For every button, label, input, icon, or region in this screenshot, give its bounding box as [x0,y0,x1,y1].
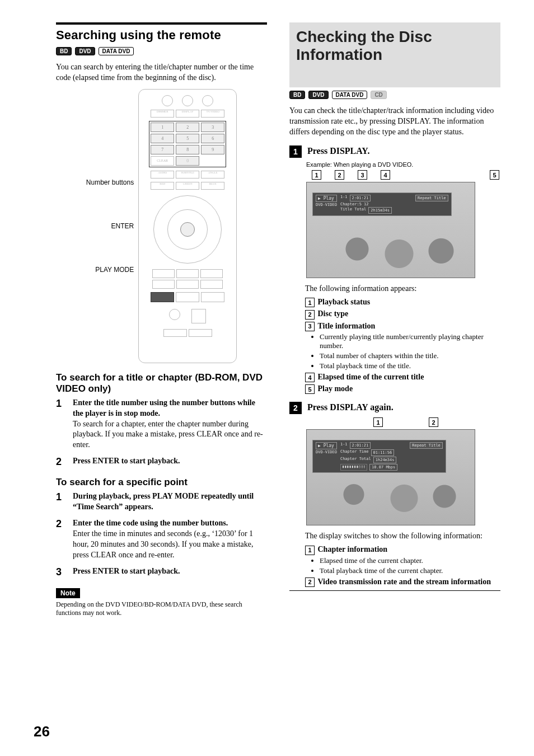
step-number-box: 2 [289,402,302,414]
callout2-2: 2 [429,417,438,427]
step-item: 1 Enter the title number using the numbe… [56,398,267,450]
badge-datadvd: DATA DVD [99,47,134,55]
label-enter: ENTER [86,204,134,248]
subheading-title-chapter: To search for a title or chapter (BD-ROM… [56,372,267,395]
step-item: 1 During playback, press PLAY MODE repea… [56,491,267,513]
osd-panel-1: ▶ Play DVD-VIDEO 1-1 2:01:21 Chapter:5 1… [312,192,452,216]
step-lead: Enter the title number using the number … [73,398,255,417]
info-2: Disc type [318,309,349,318]
osd-titletotal: Title Total [340,207,366,214]
bottom-rule [289,590,500,591]
osd-repeat: Repeat Title [415,195,448,201]
banner: Checking the Disc Information [289,22,500,87]
left-column: Searching using the remote BD DVD DATA D… [56,22,267,618]
callout2-1: 1 [373,417,383,427]
step-item: 3 Press ENTER to start playback. [56,566,267,578]
badge-bd: BD [289,91,305,99]
osd-totaltime: 2h15m34s [368,207,392,214]
step-1-heading: 1 Press DISPLAY. [289,145,500,158]
callout-3: 3 [358,170,367,180]
info-list-2: 1 Chapter information Elapsed time of th… [305,545,500,587]
info-3-sub: Currently playing title number/currently… [320,332,500,350]
step-detail: To search for a chapter, enter the chapt… [73,420,263,449]
callouts-top-row: 1 2 3 4 5 [312,170,500,180]
step-lead: Press ENTER to start playback. [73,567,180,575]
badge-cd: CD [371,91,386,99]
osd-chapters: Chapter:5 12 [340,202,392,206]
steps-title-chapter: 1 Enter the title number using the numbe… [56,398,267,468]
osd-disc: DVD-VIDEO [316,203,337,207]
osd2-repeat: Repeat Title [410,442,443,449]
steps-specific-point: 1 During playback, press PLAY MODE repea… [56,491,267,577]
step-lead: Press ENTER to start playback. [73,457,180,465]
info-3: Title information [318,322,376,330]
disc-badges-right: BD DVD DATA DVD CD [289,91,500,99]
step-number-box: 1 [289,145,302,158]
disc-badges-left: BD DVD DATA DVD [56,47,267,55]
note-text: Depending on the DVD VIDEO/BD-ROM/DATA D… [56,600,267,618]
right-column: Checking the Disc Information BD DVD DAT… [289,22,500,618]
osd2-disc: DVD-VIDEO [316,450,337,454]
step-detail: Enter the time in minutes and seconds (e… [73,529,254,559]
remote-callout-labels: Number buttons ENTER PLAY MODE [86,161,134,292]
info2-1-sub: Total playback time of the current chapt… [320,566,500,575]
osd2-play: ▶ Play [316,442,337,449]
step-item: 2 Enter the time code using the number b… [56,518,267,561]
section-heading-searching: Searching using the remote [56,28,267,43]
osd-titlechap: 1-1 [340,195,348,201]
info-4: Elapsed time of the current title [318,373,424,381]
info-3-sub: Total number of chapters within the titl… [320,351,500,360]
label-number-buttons: Number buttons [86,161,134,204]
step-2-heading: 2 Press DISPLAY again. [289,402,500,414]
info2-1-sub: Elapsed time of the current chapter. [320,556,500,565]
enter-button-icon [180,222,195,237]
intro-text-left: You can search by entering the title/cha… [56,62,267,83]
osd-play: ▶ Play [316,195,337,202]
osd-panel-2: ▶ Play DVD-VIDEO 1-12:01:21 Chapter Time… [312,440,446,473]
step-2-text: Press DISPLAY again. [307,402,394,412]
play-mode-button-icon [151,292,174,302]
badge-datadvd: DATA DVD [332,91,368,99]
osd-screenshot-1: ▶ Play DVD-VIDEO 1-1 2:01:21 Chapter:5 1… [306,182,475,278]
example-label: Example: When playing a DVD VIDEO. [306,161,500,168]
intro-text-right: You can check the title/chapter/track in… [289,106,500,138]
osd-screenshot-2: ▶ Play DVD-VIDEO 1-12:01:21 Chapter Time… [306,429,475,525]
callout-1: 1 [312,170,321,180]
badge-dvd: DVD [75,47,95,55]
callout-2: 2 [335,170,344,180]
subheading-specific-point: To search for a specific point [56,477,267,488]
info-list-1: 1 Playback status 2 Disc type 3 Title in… [305,298,500,394]
step-1-text: Press DISPLAY. [307,146,369,156]
following-info-text: The following information appears: [305,284,500,294]
step-lead: Enter the time code using the number but… [73,519,228,527]
badge-bd: BD [56,47,72,55]
callout-5: 5 [490,170,499,180]
remote-diagram: Number buttons ENTER PLAY MODE DIMMERDIS… [56,89,267,363]
badge-dvd: DVD [308,91,328,99]
switch-text: The display switches to show the followi… [305,531,500,542]
info2-1: Chapter information [318,545,388,553]
callouts-row-2: 1 2 [373,417,500,427]
number-buttons-group: 123 456 789 CLEAR0 [149,121,226,167]
label-play-mode: PLAY MODE [86,248,134,292]
step-lead: During playback, press PLAY MODE repeate… [73,492,254,511]
info-3-sub: Total playback time of the title. [320,361,500,370]
info2-2: Video transmission rate and the stream i… [318,577,491,586]
callout-4: 4 [381,170,390,180]
rule [56,22,267,25]
page-number: 26 [34,723,50,740]
direction-wheel [153,195,222,264]
info-1: Playback status [318,298,371,306]
note-label: Note [56,588,80,598]
banner-title: Checking the Disc Information [296,28,494,64]
step-item: 2 Press ENTER to start playback. [56,456,267,468]
osd-elapsed: 2:01:21 [350,195,371,201]
info-5: Play mode [318,384,353,393]
remote-outline: DIMMERDISPLAYTV/VIDEO 123 456 789 CLEAR0… [138,89,237,363]
